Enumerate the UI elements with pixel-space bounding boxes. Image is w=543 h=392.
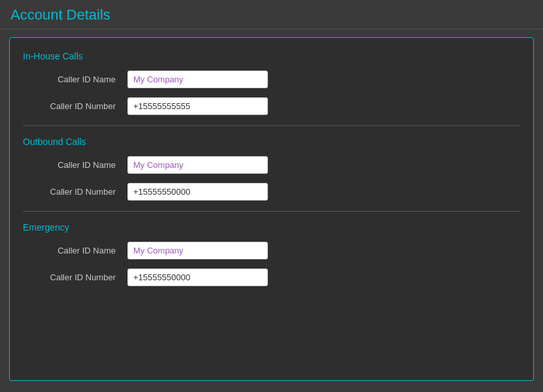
form-row-outbound-1: Caller ID Number <box>23 183 520 201</box>
label-outbound-name: Caller ID Name <box>23 160 127 170</box>
footer-bar: Save <box>0 389 543 392</box>
page-title: Account Details <box>10 7 533 24</box>
label-emergency-number: Caller ID Number <box>23 272 127 282</box>
page-header: Account Details <box>0 0 543 29</box>
label-emergency-name: Caller ID Name <box>23 246 127 255</box>
input-inhouse-name[interactable] <box>127 71 268 88</box>
form-row-in-house-0: Caller ID Name <box>23 71 520 88</box>
input-emergency-name[interactable] <box>127 242 268 259</box>
input-inhouse-number[interactable] <box>127 97 268 115</box>
section-title-outbound: Outbound Calls <box>23 137 520 147</box>
input-outbound-number[interactable] <box>127 183 268 201</box>
divider-1 <box>23 211 520 212</box>
label-outbound-number: Caller ID Number <box>23 187 127 197</box>
input-emergency-number[interactable] <box>127 269 268 286</box>
form-panel: In-House CallsCaller ID NameCaller ID Nu… <box>9 37 534 381</box>
label-inhouse-number: Caller ID Number <box>23 101 127 111</box>
input-outbound-name[interactable] <box>127 156 268 174</box>
label-inhouse-name: Caller ID Name <box>23 74 127 84</box>
main-content: In-House CallsCaller ID NameCaller ID Nu… <box>0 29 543 389</box>
form-row-emergency-1: Caller ID Number <box>23 269 520 286</box>
form-row-emergency-0: Caller ID Name <box>23 242 520 259</box>
form-row-outbound-0: Caller ID Name <box>23 156 520 174</box>
form-row-in-house-1: Caller ID Number <box>23 97 520 115</box>
section-title-in-house: In-House Calls <box>23 51 520 61</box>
divider-0 <box>23 125 520 126</box>
section-title-emergency: Emergency <box>23 222 520 233</box>
